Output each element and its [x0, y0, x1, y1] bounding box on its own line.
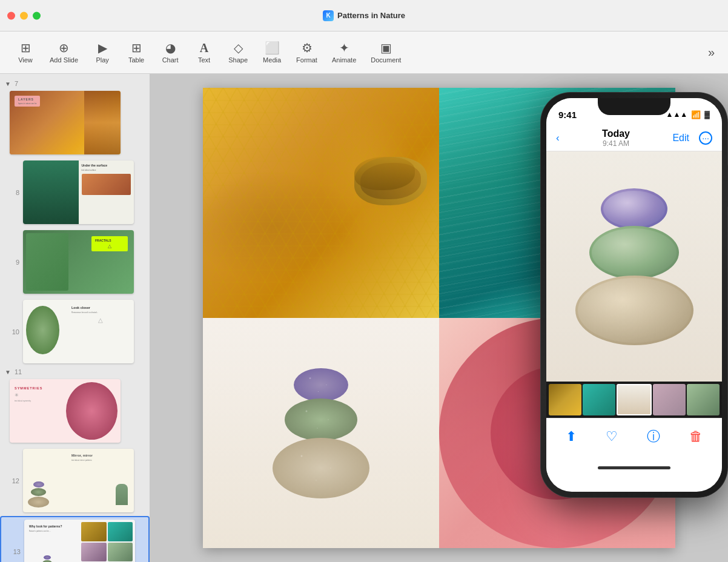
photo-urchins-stacked	[575, 188, 693, 345]
main-layout: ▼ 7 LAYERS layers in nature can be 8	[0, 74, 728, 562]
toolbar-format[interactable]: ⚙ Format	[290, 38, 323, 67]
slide-number-11-header: 11	[15, 368, 22, 375]
chevron-down-icon-11: ▼	[5, 369, 11, 375]
favorite-button[interactable]: ♡	[606, 429, 618, 445]
toolbar-shape[interactable]: ◇ Shape	[222, 38, 254, 67]
minimize-button[interactable]	[20, 12, 28, 19]
slide-number-10: 10	[10, 328, 19, 336]
trash-icon: 🗑	[689, 429, 703, 445]
slide-item-10[interactable]: 10 Look closer Romanesco broccoli is a f…	[0, 297, 150, 366]
slide-group-header-7[interactable]: ▼ 7	[0, 79, 150, 88]
toolbar-view[interactable]: ⊞ View	[10, 38, 41, 67]
media-label: Media	[263, 56, 281, 64]
toolbar-chart[interactable]: ◕ Chart	[154, 38, 186, 67]
toolbar: ⊞ View ⊕ Add Slide ▶ Play ⊞ Table ◕ Char…	[0, 31, 728, 74]
status-time: 9:41	[558, 110, 577, 120]
toolbar-document[interactable]: ▣ Document	[365, 38, 407, 67]
urchin-bottom-texture	[273, 438, 369, 498]
iphone-notch	[598, 98, 670, 115]
iphone-screen: 9:41 ▲▲▲ 📶 ▓ ‹ To	[546, 98, 722, 492]
slide-group-8: 8 Under the surface text about surface	[0, 158, 150, 226]
add-slide-label: Add Slide	[50, 56, 78, 64]
nav-title-group: Today 9:41 AM	[602, 128, 630, 148]
share-button[interactable]: ⬆	[566, 429, 577, 445]
slide-group-11: ▼ 11 SYMMETRIES ✳ text about symmetry	[0, 367, 150, 445]
titlebar: K Patterns in Nature	[0, 0, 728, 31]
strip-thumb-4[interactable]	[653, 384, 686, 415]
shape-icon: ◇	[234, 42, 243, 54]
strip-thumb-3[interactable]	[617, 384, 652, 415]
close-button[interactable]	[7, 12, 15, 19]
urchin-top-texture	[294, 368, 348, 402]
format-icon: ⚙	[302, 42, 313, 54]
slide-thumbnail-10: Look closer Romanesco broccoli is a frac…	[23, 300, 134, 363]
back-button[interactable]: ‹	[556, 132, 560, 144]
chart-label: Chart	[162, 56, 179, 64]
slide-cell-urchins	[203, 318, 439, 548]
iphone-volume-down-button	[540, 183, 541, 207]
slide-item-8[interactable]: 8 Under the surface text about surface	[0, 158, 150, 226]
animate-icon: ✦	[339, 42, 349, 54]
slide-group-13: 13 Why look for patterns? Nature's patte…	[0, 516, 150, 562]
strip-thumb-1[interactable]	[549, 384, 581, 415]
traffic-lights	[7, 12, 41, 19]
toolbar-animate[interactable]: ✦ Animate	[326, 38, 362, 67]
signal-icon: ▲▲▲	[666, 110, 688, 119]
toolbar-table[interactable]: ⊞ Table	[121, 38, 152, 67]
canvas-area: 9:41 ▲▲▲ 📶 ▓ ‹ To	[150, 74, 728, 562]
toolbar-text[interactable]: A Text	[188, 38, 220, 67]
slide-item-7[interactable]: LAYERS layers in nature can be	[0, 88, 150, 157]
chart-icon: ◕	[165, 42, 176, 54]
slide-group-10: 10 Look closer Romanesco broccoli is a f…	[0, 297, 150, 366]
app-icon: K	[323, 10, 334, 21]
slide-group-header-11[interactable]: ▼ 11	[0, 367, 150, 377]
animate-label: Animate	[332, 56, 356, 64]
slide-item-11[interactable]: SYMMETRIES ✳ text about symmetry	[0, 377, 150, 445]
toolbar-media[interactable]: ⬜ Media	[256, 38, 288, 67]
chevron-down-icon: ▼	[5, 81, 11, 87]
maximize-button[interactable]	[33, 12, 41, 19]
wifi-icon: 📶	[691, 110, 701, 119]
main-photo	[546, 151, 722, 382]
slide-panel[interactable]: ▼ 7 LAYERS layers in nature can be 8	[0, 74, 150, 562]
toolbar-play[interactable]: ▶ Play	[87, 38, 118, 67]
nav-title: Today	[602, 128, 630, 139]
iphone-silent-button	[540, 134, 541, 150]
iphone-volume-up-button	[540, 153, 541, 177]
more-icon: ···	[702, 133, 709, 143]
photo-urchin-top	[601, 188, 667, 230]
slide-thumbnail-13: Why look for patterns? Nature's patterns…	[24, 520, 135, 562]
slide-number-9: 9	[10, 259, 19, 266]
slide-group-7: ▼ 7 LAYERS layers in nature can be	[0, 79, 150, 157]
iphone-device: 9:41 ▲▲▲ 📶 ▓ ‹ To	[540, 92, 728, 516]
slide-thumbnail-11: SYMMETRIES ✳ text about symmetry	[10, 379, 121, 443]
strip-thumb-2[interactable]	[583, 384, 615, 415]
info-button[interactable]: ⓘ	[647, 428, 660, 446]
status-icons: ▲▲▲ 📶 ▓	[666, 110, 710, 119]
slide-item-13[interactable]: 13 Why look for patterns? Nature's patte…	[0, 516, 150, 562]
photos-nav-bar: ‹ Today 9:41 AM Edit ···	[546, 125, 722, 151]
info-icon: ⓘ	[647, 428, 660, 446]
slide-thumbnail-8: Under the surface text about surface	[23, 160, 134, 224]
strip-thumb-5[interactable]	[687, 384, 720, 415]
urchin-stack	[273, 368, 369, 498]
edit-button[interactable]: Edit	[672, 133, 689, 144]
add-slide-icon: ⊕	[59, 42, 69, 54]
delete-button[interactable]: 🗑	[689, 429, 703, 445]
urchin-top	[294, 368, 348, 402]
document-icon: ▣	[380, 42, 392, 54]
slide-number-12: 12	[10, 477, 19, 484]
shape-label: Shape	[228, 56, 248, 64]
more-button[interactable]: ···	[699, 131, 712, 145]
toolbar-more-button[interactable]: »	[704, 42, 718, 63]
photo-urchin-bottom	[575, 276, 693, 345]
slide-number-7: 7	[15, 80, 18, 87]
slide-number-8: 8	[10, 189, 19, 196]
text-label: Text	[198, 56, 210, 64]
slide-item-12[interactable]: 12 Mirror, mirror text about mirror patt…	[0, 446, 150, 515]
toolbar-add-slide[interactable]: ⊕ Add Slide	[44, 38, 84, 67]
slide-thumbnail-12: Mirror, mirror text about mirror pattern…	[23, 449, 134, 512]
slide-item-9[interactable]: 9 FRACTALS △	[0, 228, 150, 296]
bee-body	[354, 157, 427, 205]
window-title-group: K Patterns in Nature	[323, 10, 405, 21]
